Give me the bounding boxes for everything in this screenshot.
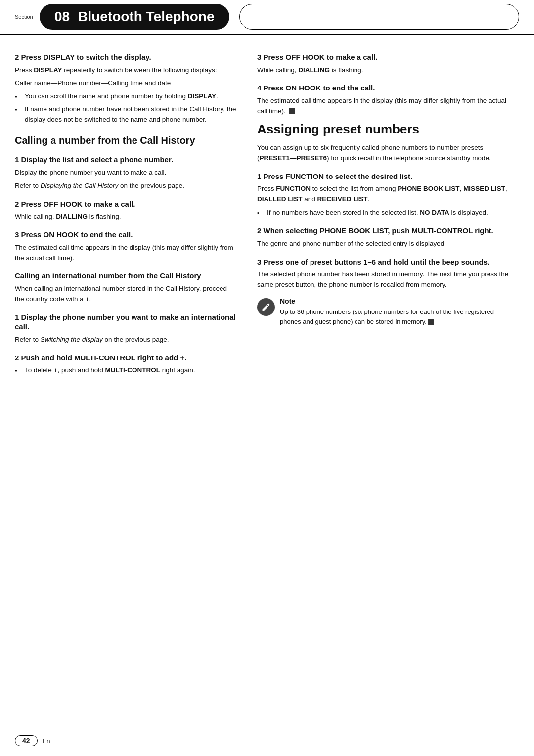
step2-bullet1: ▪ You can scroll the name and phone numb… [15,91,237,102]
note-content: Note Up to 36 phone numbers (six phone n… [280,297,509,326]
left-column: 2 Press DISPLAY to switch the display. P… [15,44,252,378]
footer: 42 En [15,735,50,746]
stop-symbol-1 [289,108,295,114]
bullet-icon-4: ▪ [257,208,265,218]
ch-step3-heading: 3 Press ON HOOK to end the call. [15,230,237,240]
bullet-icon-1: ▪ [15,92,23,102]
preset-step2-heading: 2 When selecting PHONE BOOK LIST, push M… [257,226,509,236]
preset-step1-p1: Press FUNCTION to select the list from a… [257,184,509,205]
ch-step1-p2: Refer to Displaying the Call History on … [15,181,237,191]
bullet-icon-3: ▪ [15,366,23,376]
preset-intro: You can assign up to six frequently call… [257,143,509,164]
ch-step1-p1: Display the phone number you want to mak… [15,168,237,178]
rc-step4-heading: 4 Press ON HOOK to end the call. [257,83,509,93]
ch-step1-heading: 1 Display the list and select a phone nu… [15,155,237,165]
preset-step1-heading: 1 Press FUNCTION to select the desired l… [257,172,509,181]
preset-step1-bullet1: ▪ If no numbers have been stored in the … [257,208,509,218]
ch-step2-p1: While calling, DIALLING is flashing. [15,212,237,222]
step2-p2: Caller name—Phone number—Calling time an… [15,78,237,89]
step2-heading: 2 Press DISPLAY to switch the display. [15,52,237,62]
header: Section 08 Bluetooth Telephone [0,0,534,35]
intl-p1: When calling an international number sto… [15,284,237,305]
header-right-box [239,4,519,30]
page-number-badge: 42 [15,735,38,746]
preset-step3-heading: 3 Press one of preset buttons 1–6 and ho… [257,257,509,267]
right-column: 3 Press OFF HOOK to make a call. While c… [252,44,509,378]
language-label: En [43,737,50,745]
note-title: Note [280,297,509,305]
rc-step4-p1: The estimated call time appears in the d… [257,96,509,117]
preset-step2-p1: The genre and phone number of the select… [257,239,509,249]
stop-symbol-2 [428,319,434,325]
intl-step1-heading: 1 Display the phone number you want to m… [15,312,237,332]
intl-title: Calling an international number from the… [15,271,237,281]
section-badge: Section [0,0,40,34]
note-box: Note Up to 36 phone numbers (six phone n… [257,297,509,326]
section-number: 08 [54,9,70,25]
header-title: Bluetooth Telephone [78,9,214,25]
intl-step1-p1: Refer to Switching the display on the pr… [15,335,237,345]
ch-step3-p1: The estimated call time appears in the d… [15,243,237,264]
intl-step2-heading: 2 Push and hold MULTI-CONTROL right to a… [15,353,237,363]
calling-history-title: Calling a number from the Call History [15,134,237,147]
step2-bullet2: ▪ If name and phone number have not been… [15,104,237,125]
rc-step3-p1: While calling, DIALLING is flashing. [257,65,509,76]
section-label: Section [15,14,34,20]
preset-step3-p1: The selected phone number has been store… [257,269,509,290]
preset-main-title: Assigning preset numbers [257,122,509,137]
bullet-icon-2: ▪ [15,105,23,115]
intl-step2-bullet1: ▪ To delete +, push and hold MULTI-CONTR… [15,365,237,376]
header-title-block: 08 Bluetooth Telephone [40,4,229,30]
note-text: Up to 36 phone numbers (six phone number… [280,307,509,326]
pencil-icon [261,302,271,312]
note-icon [257,298,275,316]
ch-step2-heading: 2 Press OFF HOOK to make a call. [15,199,237,209]
rc-step3-heading: 3 Press OFF HOOK to make a call. [257,52,509,62]
page: Section 08 Bluetooth Telephone 2 Press D… [0,0,534,756]
content: 2 Press DISPLAY to switch the display. P… [0,35,534,398]
step2-p1: Press DISPLAY repeatedly to switch betwe… [15,65,237,76]
